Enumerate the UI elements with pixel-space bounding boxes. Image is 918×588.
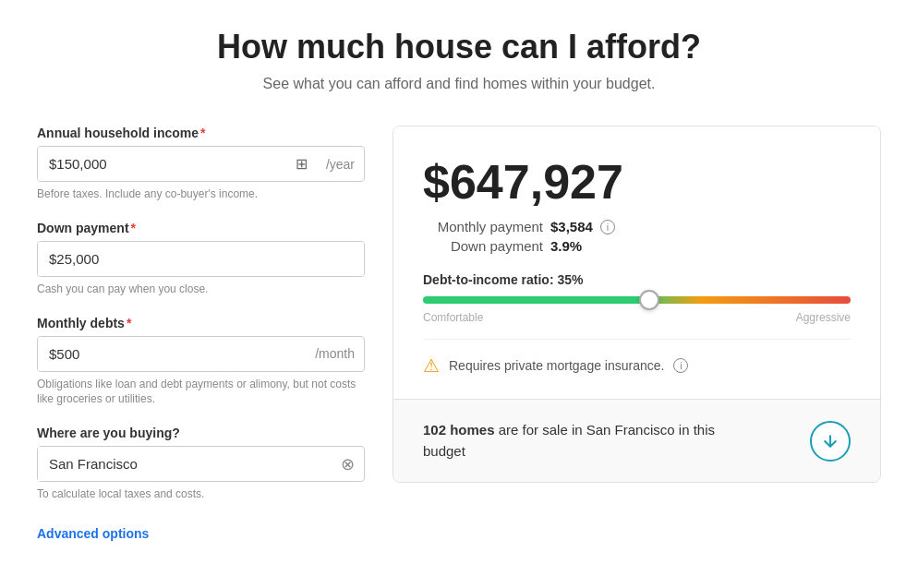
down-payment-group: Down payment* Cash you can pay when you … [37,221,365,297]
location-hint: To calculate local taxes and costs. [37,486,365,502]
download-button[interactable] [810,421,851,462]
monthly-payment-value: $3,584 [550,219,593,234]
page-header: How much house can I afford? See what yo… [37,28,881,92]
down-payment-result-label: Down payment [423,238,543,254]
dti-slider-thumb[interactable] [639,290,659,310]
homes-count: 102 homes [423,422,495,438]
aggressive-label: Aggressive [796,311,851,324]
annual-income-suffix: /year [317,157,364,172]
warning-text: Requires private mortgage insurance. [449,358,664,373]
result-bottom-section: 102 homes are for sale in San Francisco … [393,399,880,482]
page-title: How much house can I afford? [37,28,881,66]
download-icon [821,432,839,450]
down-payment-hint: Cash you can pay when you close. [37,282,365,297]
annual-income-group: Annual household income* ⊞ /year Before … [37,126,365,202]
down-payment-result-value: 3.9% [550,238,582,254]
calculator-icon: ⊞ [286,155,317,173]
location-input-wrapper: ⊗ [37,446,365,482]
affordability-amount: $647,927 [423,154,851,210]
down-payment-input[interactable] [38,242,364,276]
annual-income-label: Annual household income* [37,126,365,140]
result-top-section: $647,927 Monthly payment $3,584 i Down p… [393,126,880,399]
monthly-payment-row: Monthly payment $3,584 i [423,219,851,234]
monthly-debts-input-wrapper: /month [37,336,365,372]
monthly-debts-group: Monthly debts* /month Obligations like l… [37,316,365,408]
warning-row: ⚠ Requires private mortgage insurance. i [423,339,851,377]
monthly-debts-hint: Obligations like loan and debt payments … [37,377,365,408]
dti-label: Debt-to-income ratio: 35% [423,272,851,287]
comfortable-label: Comfortable [423,311,483,324]
annual-income-hint: Before taxes. Include any co-buyer's inc… [37,186,365,202]
annual-income-input[interactable] [38,147,286,181]
monthly-debts-label: Monthly debts* [37,316,365,330]
warning-icon: ⚠ [423,354,440,377]
down-payment-label: Down payment* [37,221,365,235]
homes-text: 102 homes are for sale in San Francisco … [423,420,719,462]
monthly-debts-input[interactable] [38,337,306,371]
clear-location-button[interactable]: ⊗ [332,454,364,474]
down-payment-result-row: Down payment 3.9% [423,238,851,254]
monthly-payment-info-icon[interactable]: i [600,220,615,234]
location-input[interactable] [38,447,332,481]
form-panel: Annual household income* ⊞ /year Before … [37,126,365,542]
monthly-debts-suffix: /month [306,346,364,361]
dti-section: Debt-to-income ratio: 35% Comfortable Ag… [423,272,851,324]
page-subtitle: See what you can afford and find homes w… [37,76,881,92]
annual-income-input-wrapper: ⊞ /year [37,146,365,182]
location-group: Where are you buying? ⊗ To calculate loc… [37,426,365,502]
down-payment-input-wrapper [37,241,365,277]
dti-slider-labels: Comfortable Aggressive [423,311,851,324]
dti-slider-track[interactable] [423,296,851,304]
result-panel: $647,927 Monthly payment $3,584 i Down p… [393,126,881,483]
monthly-payment-label: Monthly payment [423,219,543,234]
warning-info-icon[interactable]: i [673,358,688,373]
advanced-options-button[interactable]: Advanced options [37,526,149,541]
location-label: Where are you buying? [37,426,365,440]
